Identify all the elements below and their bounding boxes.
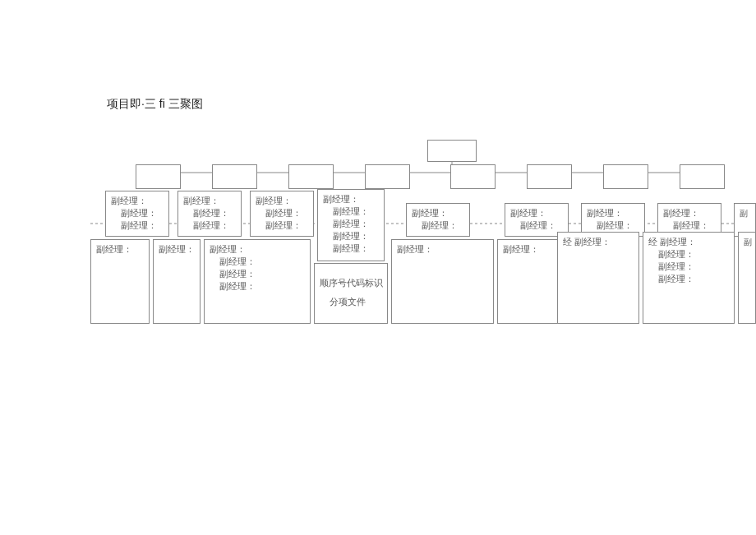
l4-box-2: 副经理： bbox=[153, 239, 201, 324]
label-fjl: 副经理： bbox=[510, 219, 563, 232]
label-fjl: 副经理： bbox=[503, 243, 557, 256]
l4-box-1: 副经理： bbox=[90, 239, 150, 324]
label-fjl: 经 副经理： bbox=[648, 236, 729, 248]
l3-box-2: 副经理： 副经理： 副经理： bbox=[177, 191, 242, 237]
label-fjl: 副经理： bbox=[587, 207, 639, 219]
l2-box-6 bbox=[527, 164, 572, 189]
label-fjl: 副经理： bbox=[210, 256, 305, 268]
l3-box-4: 副经理： 副经理： 副经理： 副经理： 副经理： bbox=[317, 189, 385, 261]
label-fjl: 副经理： bbox=[648, 261, 729, 273]
label-fjl: 副经理： bbox=[183, 207, 236, 219]
root-box bbox=[427, 140, 477, 162]
label-fjl: 副经理： bbox=[210, 268, 305, 280]
label-fjl: 副经理： bbox=[323, 242, 379, 255]
l4-box-9: 副 bbox=[738, 232, 756, 324]
l4-box-3: 副经理： 副经理： 副经理： 副经理： bbox=[204, 239, 311, 324]
label-fjl: 副经理： bbox=[111, 219, 164, 232]
l2-box-4 bbox=[365, 164, 410, 189]
l2-box-3 bbox=[288, 164, 334, 189]
label-fjl: 副经理： bbox=[412, 207, 464, 219]
l3-box-3: 副经理： 副经理： 副经理： bbox=[250, 191, 314, 237]
label-fjl: 副经理： bbox=[210, 243, 305, 256]
l4-box-8: 经 副经理： 副经理： 副经理： 副经理： bbox=[643, 232, 735, 324]
label-fjl: 副 bbox=[744, 236, 750, 248]
label-fjl: 副经理： bbox=[256, 207, 308, 219]
l4-box-4: 顺序号代码标识 分项文件 bbox=[314, 263, 388, 324]
diagram-title: 项目即·三 fi 三聚图 bbox=[107, 97, 203, 112]
label-fjl: 副经理： bbox=[412, 219, 464, 232]
label-fjl: 副经理： bbox=[183, 195, 236, 207]
label-fjl: 副经理： bbox=[397, 243, 488, 256]
label-fjl: 副经理： bbox=[210, 280, 305, 293]
label-fjl: 副经理： bbox=[96, 243, 144, 256]
label-fjl: 副经理： bbox=[323, 193, 379, 205]
label-fjl: 副经理： bbox=[648, 273, 729, 285]
l2-box-5 bbox=[450, 164, 496, 189]
l2-box-8 bbox=[680, 164, 725, 189]
label-fjl: 副经理： bbox=[663, 207, 716, 219]
l2-box-1 bbox=[136, 164, 181, 189]
l4-box-5: 副经理： bbox=[391, 239, 494, 324]
l3-box-5: 副经理： 副经理： bbox=[406, 203, 470, 237]
label-fjl: 副经理： bbox=[256, 195, 308, 207]
label-fjl: 副经理： bbox=[323, 230, 379, 242]
label-fjl: 经 副经理： bbox=[563, 236, 634, 248]
label-order: 顺序号代码标识 bbox=[320, 277, 382, 289]
label-fjl: 副经理： bbox=[323, 218, 379, 230]
l2-box-7 bbox=[603, 164, 648, 189]
label-fjl: 副经理： bbox=[111, 207, 164, 219]
l2-box-2 bbox=[212, 164, 257, 189]
label-fjl: 副经理： bbox=[323, 205, 379, 218]
label-subfile: 分项文件 bbox=[320, 289, 382, 308]
label-fjl: 副经理： bbox=[587, 219, 639, 232]
label-fjl: 副经理： bbox=[663, 219, 716, 232]
label-fjl: 副经理： bbox=[183, 219, 236, 232]
label-fjl: 副经理： bbox=[256, 219, 308, 232]
label-fjl: 副经理： bbox=[159, 243, 195, 256]
label-fjl: 副经理： bbox=[111, 195, 164, 207]
l3-box-1: 副经理： 副经理： 副经理： bbox=[105, 191, 169, 237]
label-fjl: 副经理： bbox=[648, 248, 729, 261]
label-fjl: 副 bbox=[740, 207, 750, 219]
label-fjl: 副经理： bbox=[510, 207, 563, 219]
l4-box-7: 经 副经理： bbox=[557, 232, 639, 324]
l4-box-6: 副经理： bbox=[497, 239, 563, 324]
